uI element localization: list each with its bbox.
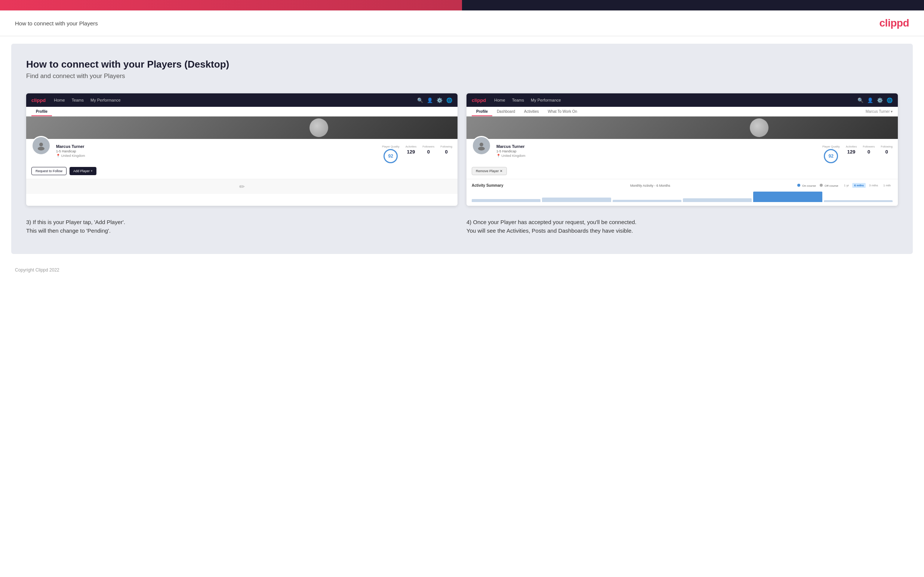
right-tab-what-to-work-on[interactable]: What To Work On (543, 107, 582, 116)
activity-chart (472, 191, 893, 202)
activity-period-tabs: 1 yr 6 mths 3 mths 1 mth (842, 183, 893, 188)
page-subtitle: Find and connect with your Players (26, 73, 898, 80)
remove-player-button[interactable]: Remove Player ✕ (472, 167, 507, 175)
left-avatar (31, 136, 51, 155)
location-pin-icon: 📍 (56, 154, 60, 158)
globe-icon-right[interactable]: 🌐 (887, 97, 893, 103)
settings-icon-right[interactable]: ⚙️ (877, 97, 883, 103)
svg-point-3 (478, 147, 485, 150)
activity-legend: On course Off course 1 yr 6 mths 3 mths … (797, 183, 893, 188)
description-row: 3) If this is your Player tap, 'Add Play… (26, 218, 898, 235)
activity-header: Activity Summary Monthly Activity - 6 Mo… (472, 183, 893, 188)
left-hero-banner (26, 116, 457, 139)
right-stat-activities: Activities 129 (846, 145, 857, 164)
bar-4 (683, 198, 752, 202)
activity-period: Monthly Activity - 6 Months (630, 184, 670, 187)
left-nav-teams[interactable]: Teams (72, 98, 84, 102)
svg-point-0 (39, 143, 43, 147)
left-profile: Marcus Turner 1-5 Handicap 📍 United King… (26, 139, 457, 167)
left-player-name: Marcus Turner (56, 144, 377, 148)
right-stat-following: Following 0 (880, 145, 893, 164)
right-handicap: 1-5 Handicap (496, 149, 817, 153)
right-nav-logo: clippd (472, 97, 486, 103)
left-hero-circle (310, 118, 328, 137)
left-stats: Player Quality 92 Activities 129 Followe… (382, 143, 452, 164)
left-bottom-area: ✏ (26, 179, 457, 194)
right-profile-info: Marcus Turner 1-5 Handicap 📍 United King… (496, 143, 817, 158)
right-avatar (472, 136, 491, 155)
page-title: How to connect with your Players (Deskto… (26, 59, 898, 70)
left-stat-quality: Player Quality 92 (382, 145, 400, 164)
right-stats: Player Quality 92 Activities 129 Followe… (822, 143, 893, 164)
bar-5 (753, 192, 822, 202)
bar-6 (824, 200, 893, 202)
right-nav-performance[interactable]: My Performance (531, 98, 561, 102)
left-nav-performance[interactable]: My Performance (90, 98, 121, 102)
pen-icon: ✏ (239, 183, 245, 191)
left-nav-logo: clippd (31, 97, 45, 103)
header: How to connect with your Players clippd (0, 10, 924, 36)
right-location-pin-icon: 📍 (496, 154, 501, 158)
right-buttons: Remove Player ✕ (467, 167, 898, 179)
right-hero-circle (750, 118, 769, 137)
right-quality-circle: 92 (824, 149, 838, 163)
add-player-button[interactable]: Add Player + (69, 167, 97, 175)
svg-point-2 (480, 143, 483, 147)
left-stat-following: Following 0 (440, 145, 452, 164)
bar-1 (472, 199, 541, 202)
bar-3 (613, 200, 682, 202)
user-icon[interactable]: 👤 (427, 97, 433, 103)
left-tab-profile[interactable]: Profile (31, 107, 52, 116)
right-profile: Marcus Turner 1-5 Handicap 📍 United King… (467, 139, 898, 167)
globe-icon[interactable]: 🌐 (446, 97, 452, 103)
left-nav-home[interactable]: Home (54, 98, 65, 102)
left-profile-info: Marcus Turner 1-5 Handicap 📍 United King… (56, 143, 377, 158)
right-tab-username[interactable]: Marcus Turner ▾ (866, 107, 893, 116)
tab-3mths[interactable]: 3 mths (867, 183, 880, 188)
left-quality-circle: 92 (383, 149, 398, 163)
left-screenshot-panel: clippd Home Teams My Performance 🔍 👤 ⚙️ … (26, 93, 457, 206)
tab-1yr[interactable]: 1 yr (842, 183, 851, 188)
search-icon-right[interactable]: 🔍 (858, 97, 863, 103)
off-course-dot (820, 184, 823, 187)
left-stat-followers: Followers 0 (422, 145, 435, 164)
left-buttons: Request to Follow Add Player + (26, 167, 457, 179)
right-stat-followers: Followers 0 (863, 145, 875, 164)
left-nav: clippd Home Teams My Performance 🔍 👤 ⚙️ … (26, 93, 457, 107)
right-location: 📍 United Kingdom (496, 154, 817, 158)
left-stat-activities: Activities 129 (405, 145, 417, 164)
search-icon[interactable]: 🔍 (417, 97, 423, 103)
main-content: How to connect with your Players (Deskto… (11, 44, 913, 254)
right-description: 4) Once your Player has accepted your re… (467, 218, 898, 235)
right-tab-activities[interactable]: Activities (520, 107, 543, 116)
settings-icon[interactable]: ⚙️ (436, 97, 443, 103)
left-tabs: Profile (26, 107, 457, 116)
svg-point-1 (38, 147, 44, 150)
tab-1mth[interactable]: 1 mth (881, 183, 893, 188)
right-nav: clippd Home Teams My Performance 🔍 👤 ⚙️ … (467, 93, 898, 107)
request-to-follow-button[interactable]: Request to Follow (31, 167, 66, 175)
header-title: How to connect with your Players (15, 20, 98, 26)
left-description-text: 3) If this is your Player tap, 'Add Play… (26, 218, 457, 235)
left-handicap: 1-5 Handicap (56, 149, 377, 153)
left-description: 3) If this is your Player tap, 'Add Play… (26, 218, 457, 235)
right-screenshot-panel: clippd Home Teams My Performance 🔍 👤 ⚙️ … (467, 93, 898, 206)
footer: Copyright Clippd 2022 (0, 261, 924, 279)
user-icon-right[interactable]: 👤 (867, 97, 873, 103)
footer-text: Copyright Clippd 2022 (15, 268, 60, 272)
right-tab-profile[interactable]: Profile (472, 107, 492, 116)
top-bar (0, 0, 924, 10)
on-course-dot (797, 184, 800, 187)
right-nav-teams[interactable]: Teams (512, 98, 524, 102)
right-description-text: 4) Once your Player has accepted your re… (467, 218, 898, 235)
right-player-name: Marcus Turner (496, 144, 817, 148)
right-nav-home[interactable]: Home (494, 98, 505, 102)
right-tab-dashboard[interactable]: Dashboard (492, 107, 520, 116)
right-tabs: Profile Dashboard Activities What To Wor… (467, 107, 898, 116)
activity-title: Activity Summary (472, 184, 503, 187)
tab-6mths[interactable]: 6 mths (852, 183, 866, 188)
right-nav-icons: 🔍 👤 ⚙️ 🌐 (858, 97, 893, 103)
clippd-logo: clippd (880, 17, 909, 29)
left-location: 📍 United Kingdom (56, 154, 377, 158)
screenshots-row: clippd Home Teams My Performance 🔍 👤 ⚙️ … (26, 93, 898, 206)
